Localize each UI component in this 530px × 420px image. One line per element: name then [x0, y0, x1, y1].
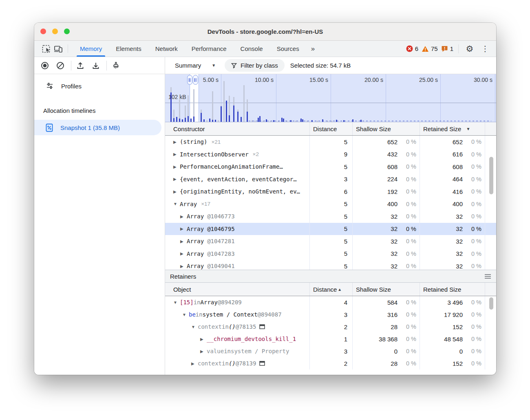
- distance-cell: 5: [310, 235, 353, 248]
- constructor-name-cell: ▶PerformanceLongAnimationFrame…: [165, 161, 310, 173]
- constructor-row[interactable]: ▶Array@10472835320 %320 %: [165, 248, 496, 260]
- allocation-timeline[interactable]: 102 kB 5.00 s10.00 s15.00 s20.00 s25.00 …: [165, 74, 496, 122]
- retainer-row[interactable]: ▶value in system / Property300 %00 %: [165, 345, 496, 357]
- retainer-object-cell: ▼context in () @78135: [165, 321, 310, 333]
- distance-cell: 5: [310, 136, 353, 148]
- sort-indicator-icon: ▼: [466, 127, 470, 131]
- expander-icon[interactable]: ▼: [191, 325, 198, 329]
- tab-console[interactable]: Console: [234, 41, 270, 57]
- column-header-distance[interactable]: Distance: [310, 122, 353, 135]
- close-window-button[interactable]: [40, 29, 46, 34]
- row-spacer: [485, 223, 496, 235]
- retainer-row[interactable]: ▼context in () @781352280 %1520 %: [165, 321, 496, 333]
- allocation-bar-live: [209, 119, 210, 122]
- expander-icon[interactable]: ▶: [180, 214, 187, 219]
- retainer-row[interactable]: ▶context in () @781392280 %1520 %: [165, 357, 496, 369]
- minimize-window-button[interactable]: [52, 29, 58, 34]
- expander-icon[interactable]: ▶: [173, 152, 180, 156]
- retainer-row[interactable]: ▼be in system / Context @89408733160 %17…: [165, 308, 496, 321]
- column-header-retained-size[interactable]: Retained Size: [420, 283, 485, 296]
- tab-elements[interactable]: Elements: [109, 41, 148, 57]
- column-header-retained-size[interactable]: Retained Size▼: [420, 122, 485, 135]
- expander-icon[interactable]: ▼: [173, 202, 180, 206]
- column-header-constructor[interactable]: Constructor: [165, 122, 310, 135]
- expander-icon[interactable]: ▶: [180, 251, 187, 256]
- shallow-size-cell: 38 3680 %: [353, 333, 420, 345]
- zoom-window-button[interactable]: [64, 29, 70, 34]
- clear-profiles-icon[interactable]: [55, 61, 65, 70]
- perspective-select[interactable]: Summary ▼: [175, 62, 216, 69]
- expander-icon[interactable]: ▶: [180, 239, 187, 244]
- frame-window-icon[interactable]: [259, 324, 265, 329]
- retainer-row[interactable]: ▼[15] in Array @89420945840 %3 4960 %: [165, 296, 496, 308]
- issues-badge[interactable]: 1: [441, 45, 453, 52]
- constructor-row[interactable]: ▶{originatingEntity, noGtmEvent, ev…6192…: [165, 185, 496, 198]
- column-header-shallow-size[interactable]: Shallow Size: [353, 283, 420, 296]
- expander-icon[interactable]: ▶: [200, 349, 207, 354]
- constructor-table-header: ConstructorDistanceShallow SizeRetained …: [165, 122, 496, 136]
- expander-icon[interactable]: ▼: [182, 312, 189, 317]
- expander-icon[interactable]: ▶: [180, 226, 187, 231]
- allocation-bar-live: [182, 119, 183, 122]
- more-tabs-button[interactable]: »: [306, 41, 320, 57]
- vertical-scrollbar[interactable]: [489, 297, 493, 310]
- device-toolbar-icon[interactable]: [52, 41, 64, 57]
- constructor-row[interactable]: ▶IntersectionObserver×294320 %6160 %: [165, 148, 496, 161]
- selection-right-handle[interactable]: [193, 75, 198, 85]
- constructor-row[interactable]: ▶Array@10467735320 %320 %: [165, 210, 496, 223]
- distance-cell: 3: [310, 308, 353, 321]
- filter-by-class-input[interactable]: Filter by class: [225, 59, 285, 72]
- vertical-scrollbar[interactable]: [489, 157, 493, 194]
- expander-icon[interactable]: ▼: [173, 300, 180, 305]
- hamburger-menu-icon[interactable]: [484, 274, 491, 279]
- inspect-element-icon[interactable]: [40, 41, 52, 57]
- row-spacer: [485, 260, 496, 270]
- expander-icon[interactable]: ▶: [200, 337, 207, 341]
- retained-size-cell: 320 %: [420, 248, 485, 260]
- allocation-bar-live: [188, 116, 189, 122]
- kebab-menu-icon[interactable]: ⋮: [479, 45, 491, 53]
- tab-memory[interactable]: Memory: [73, 41, 109, 57]
- row-spacer: [485, 136, 496, 148]
- tab-sources[interactable]: Sources: [270, 41, 306, 57]
- record-heap-icon[interactable]: [40, 61, 50, 70]
- expander-icon[interactable]: ▶: [173, 177, 180, 181]
- error-badge[interactable]: 6: [406, 45, 418, 52]
- constructor-name-cell: ▶{event, eventAction, eventCategor…: [165, 173, 310, 186]
- frame-window-icon[interactable]: [259, 361, 265, 366]
- constructor-row[interactable]: ▼Array×1754000 %4000 %: [165, 198, 496, 211]
- constructor-row[interactable]: ▶(string)×2156520 %6520 %: [165, 136, 496, 148]
- constructor-row[interactable]: ▶Array@10467955320 %320 %: [165, 223, 496, 235]
- selection-left-handle[interactable]: [187, 75, 192, 85]
- constructor-row[interactable]: ▶PerformanceLongAnimationFrame…56080 %60…: [165, 161, 496, 173]
- shallow-size-cell: 1920 %: [353, 185, 420, 198]
- settings-gear-icon[interactable]: ⚙: [464, 44, 476, 53]
- constructor-row[interactable]: ▶{event, eventAction, eventCategor…32240…: [165, 173, 496, 186]
- expander-icon[interactable]: ▶: [173, 165, 180, 169]
- time-tick-label: 20.00 s: [352, 77, 383, 83]
- column-header-shallow-size[interactable]: Shallow Size: [353, 122, 420, 135]
- expander-icon[interactable]: ▶: [180, 264, 187, 268]
- expander-icon[interactable]: ▶: [173, 189, 180, 194]
- allocation-bar-live: [176, 117, 177, 122]
- column-header-object[interactable]: Object: [165, 283, 310, 296]
- allocation-bar-total: [223, 81, 225, 122]
- sidebar-item-snapshot-1[interactable]: Snapshot 1 (35.8 MB): [34, 120, 161, 135]
- constructor-row[interactable]: ▶Array@10490415320 %320 %: [165, 260, 496, 270]
- allocation-bar-live: [241, 117, 242, 122]
- row-spacer: [485, 333, 496, 345]
- sort-indicator-icon: ▲: [338, 287, 342, 292]
- tab-performance[interactable]: Performance: [185, 41, 234, 57]
- clear-all-brush-icon[interactable]: [111, 61, 121, 70]
- warning-badge[interactable]: 75: [422, 45, 438, 52]
- tab-network[interactable]: Network: [148, 41, 185, 57]
- save-profile-icon[interactable]: [91, 61, 101, 70]
- retainer-row[interactable]: ▶__chromium_devtools_kill_1138 3680 %48 …: [165, 333, 496, 345]
- constructor-row[interactable]: ▶Array@10472815320 %320 %: [165, 235, 496, 248]
- load-profile-icon[interactable]: [75, 61, 85, 70]
- column-header-distance[interactable]: Distance▲: [310, 283, 353, 296]
- expander-icon[interactable]: ▶: [191, 361, 198, 366]
- selected-size-label: Selected size: 54.7 kB: [290, 62, 351, 69]
- sidebar-item-profiles[interactable]: Profiles: [34, 78, 165, 94]
- expander-icon[interactable]: ▶: [173, 140, 180, 144]
